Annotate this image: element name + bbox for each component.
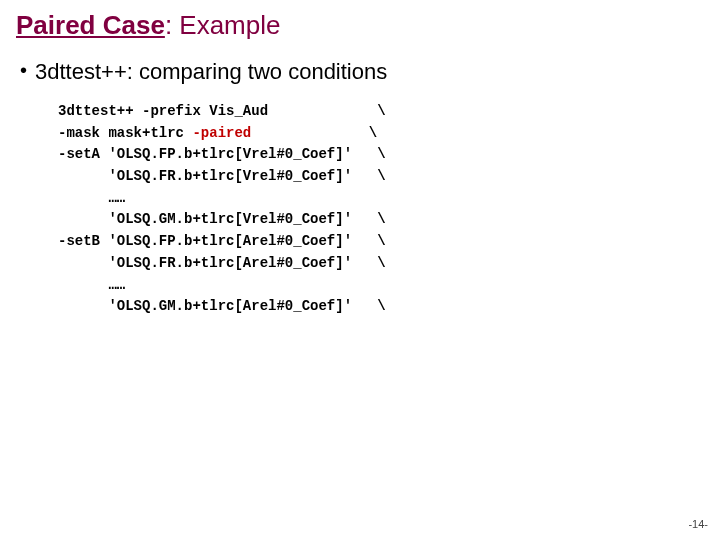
page-number: -14- [688, 518, 708, 530]
code-line-8: 'OLSQ.FR.b+tlrc[Arel#0_Coef]' \ [58, 255, 386, 271]
bullet-dot-icon: • [20, 60, 27, 80]
code-line-10: 'OLSQ.GM.b+tlrc[Arel#0_Coef]' \ [58, 298, 386, 314]
bullet-text: 3dttest++: comparing two conditions [35, 59, 387, 85]
slide: Paired Case: Example • 3dttest++: compar… [0, 0, 720, 540]
code-line-1a: 3dttest++ -prefix Vis_Aud [58, 103, 268, 119]
code-line-2b: \ [251, 125, 377, 141]
code-line-6: 'OLSQ.GM.b+tlrc[Vrel#0_Coef]' \ [58, 211, 386, 227]
code-line-5: …… [58, 190, 125, 206]
title-rest: : Example [165, 10, 281, 40]
code-line-4: 'OLSQ.FR.b+tlrc[Vrel#0_Coef]' \ [58, 168, 386, 184]
code-line-7: -setB 'OLSQ.FP.b+tlrc[Arel#0_Coef]' \ [58, 233, 386, 249]
code-line-9: …… [58, 277, 125, 293]
code-line-1b: \ [268, 103, 386, 119]
code-block: 3dttest++ -prefix Vis_Aud \ -mask mask+t… [58, 101, 704, 318]
code-line-3: -setA 'OLSQ.FP.b+tlrc[Vrel#0_Coef]' \ [58, 146, 386, 162]
bullet-item: • 3dttest++: comparing two conditions [16, 59, 704, 85]
code-line-2a: -mask mask+tlrc [58, 125, 192, 141]
title-main: Paired Case [16, 10, 165, 40]
code-highlight-paired: -paired [192, 125, 251, 141]
slide-title: Paired Case: Example [16, 10, 704, 41]
